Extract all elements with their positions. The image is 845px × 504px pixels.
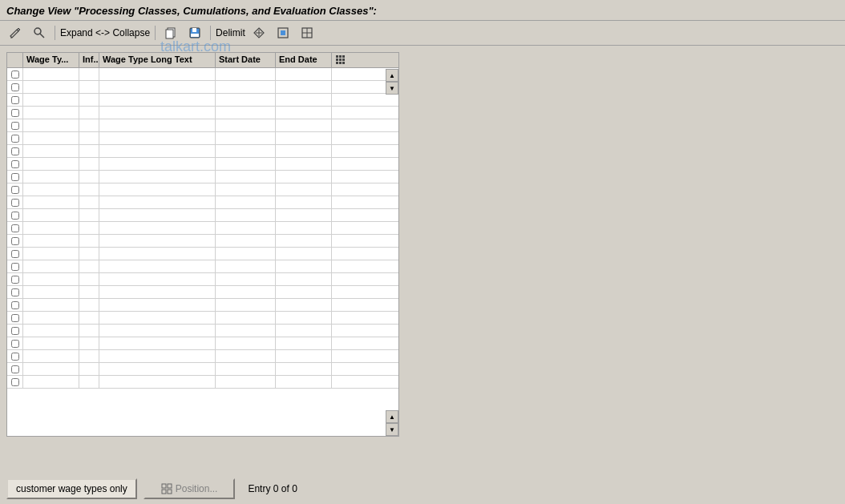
search-button[interactable] — [29, 23, 50, 42]
table-row — [7, 158, 398, 171]
header-startdate: Start Date — [216, 53, 276, 67]
table-row — [7, 376, 398, 389]
toolbar-separator-2 — [155, 26, 156, 40]
main-container: Change View "Processing Classes, Cumulat… — [0, 0, 845, 504]
table-row — [7, 363, 398, 376]
table-body — [7, 68, 398, 436]
option1-icon — [251, 25, 267, 41]
table-row — [7, 171, 398, 183]
scroll-bottom-area: ▲ ▼ — [386, 410, 398, 436]
toolbar-separator-3 — [210, 26, 211, 40]
search-icon — [31, 25, 47, 41]
table-row — [7, 94, 398, 107]
table-row — [7, 222, 398, 235]
row-select-3[interactable] — [7, 94, 23, 106]
svg-rect-4 — [166, 30, 173, 38]
scroll-up-area: ▲ ▼ — [386, 69, 398, 95]
header-enddate: End Date — [276, 53, 332, 67]
row-cell-longtext-1 — [99, 68, 216, 80]
table-row — [7, 337, 398, 350]
page-title: Change View "Processing Classes, Cumulat… — [6, 5, 377, 17]
svg-rect-18 — [342, 55, 345, 58]
svg-rect-16 — [336, 55, 338, 58]
header-wagetype: Wage Ty... — [23, 53, 79, 67]
table-row — [7, 119, 398, 132]
svg-rect-26 — [168, 484, 172, 488]
svg-rect-22 — [336, 62, 338, 64]
entry-count-text: Entry 0 of 0 — [248, 483, 297, 494]
table-row — [7, 209, 398, 222]
save-icon — [187, 25, 203, 41]
svg-rect-21 — [342, 58, 345, 61]
table-row — [7, 312, 398, 325]
row-select-2[interactable] — [7, 81, 23, 93]
delimit-label[interactable]: Delimit — [216, 27, 245, 38]
position-icon — [161, 483, 172, 494]
svg-rect-6 — [192, 28, 196, 32]
row-cell-wagetype-1 — [23, 68, 79, 80]
data-table: Wage Ty... Inf... Wage Type Long Text St… — [6, 52, 399, 437]
svg-rect-23 — [339, 62, 342, 64]
table-row — [7, 325, 398, 337]
table-row — [7, 107, 398, 119]
svg-rect-12 — [281, 30, 285, 35]
row-cell-inf-1 — [79, 68, 99, 80]
option2-icon — [275, 25, 291, 41]
copy-button-1[interactable] — [160, 23, 181, 42]
toolbar: Expand <-> Collapse Delimit — [0, 20, 845, 46]
table-row — [7, 286, 398, 299]
row-cell-startdate-1 — [216, 68, 276, 80]
footer-bar: customer wage types only Position... Ent… — [0, 474, 845, 504]
scroll-down-button-top[interactable]: ▼ — [386, 82, 398, 95]
header-grid-icon[interactable] — [332, 53, 350, 67]
title-bar: Change View "Processing Classes, Cumulat… — [0, 0, 845, 20]
row-checkbox-1[interactable] — [11, 71, 19, 79]
table-row — [7, 132, 398, 145]
pencil-icon — [7, 25, 23, 41]
table-row — [7, 183, 398, 196]
edit-button[interactable] — [5, 23, 26, 42]
row-cell-wagetype-2 — [23, 81, 79, 93]
scroll-down-bottom-button[interactable]: ▼ — [386, 423, 398, 436]
table-row — [7, 196, 398, 209]
toolbar-icon-3[interactable] — [297, 23, 317, 42]
row-cell-enddate-2 — [276, 81, 332, 93]
table-row — [7, 299, 398, 312]
header-longtext: Wage Type Long Text — [99, 53, 216, 67]
copy-icon-1 — [163, 25, 179, 41]
content-area: Wage Ty... Inf... Wage Type Long Text St… — [0, 46, 845, 474]
scroll-up-bottom-button[interactable]: ▲ — [386, 410, 398, 423]
table-row — [7, 235, 398, 248]
table-row — [7, 350, 398, 363]
customer-wage-types-button[interactable]: customer wage types only — [6, 478, 137, 499]
toolbar-separator-1 — [55, 26, 55, 40]
toolbar-icon-1[interactable] — [249, 23, 269, 42]
svg-rect-20 — [339, 58, 342, 61]
row-cell-startdate-2 — [216, 81, 276, 93]
save-button[interactable] — [184, 23, 205, 42]
expand-collapse-label[interactable]: Expand <-> Collapse — [60, 27, 150, 38]
toolbar-icon-2[interactable] — [273, 23, 293, 42]
table-row — [7, 248, 398, 260]
svg-rect-19 — [336, 58, 338, 61]
svg-line-2 — [40, 34, 44, 38]
row-cell-enddate-1 — [276, 68, 332, 80]
svg-rect-25 — [162, 484, 166, 488]
svg-point-1 — [34, 28, 41, 34]
position-button[interactable]: Position... — [144, 478, 236, 499]
scroll-up-button[interactable]: ▲ — [386, 69, 398, 82]
table-row — [7, 145, 398, 158]
svg-rect-28 — [168, 490, 172, 494]
svg-rect-27 — [162, 490, 166, 494]
position-button-label: Position... — [176, 483, 218, 494]
table-row — [7, 68, 398, 81]
row-select-1[interactable] — [7, 68, 23, 80]
header-select — [7, 53, 23, 67]
svg-rect-24 — [342, 62, 345, 64]
row-cell-longtext-2 — [99, 81, 216, 93]
table-row — [7, 273, 398, 286]
row-cell-inf-2 — [79, 81, 99, 93]
row-checkbox-2[interactable] — [11, 83, 19, 91]
option3-icon — [299, 25, 315, 41]
table-row — [7, 81, 398, 94]
